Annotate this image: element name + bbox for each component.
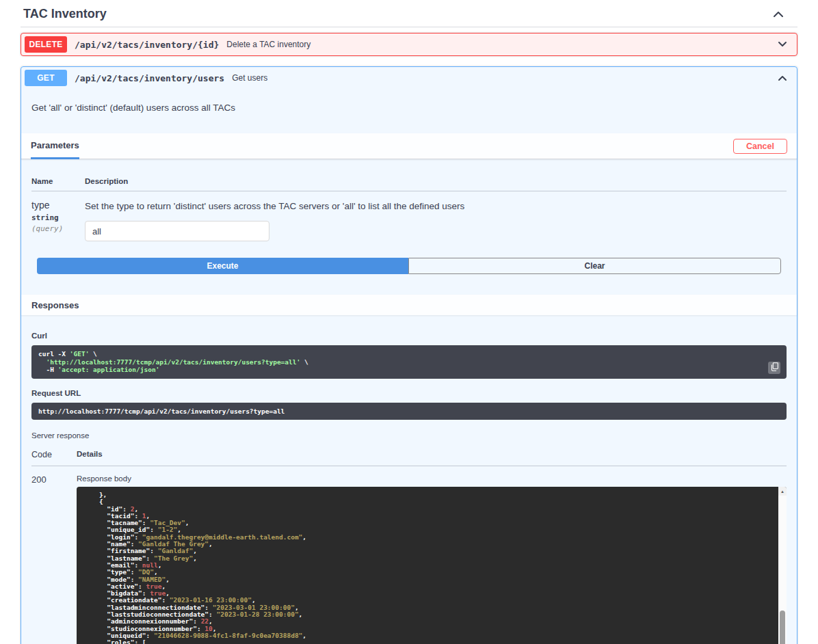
tag-section-header[interactable]: TAC Inventory — [21, 0, 797, 27]
get-endpoint-summary[interactable]: GET /api/v2/tacs/inventory/users Get use… — [21, 67, 797, 89]
details-column-header: Details — [77, 450, 787, 459]
get-endpoint-description: Get users — [232, 73, 267, 83]
parameter-location: (query) — [31, 224, 85, 233]
code-column-header: Code — [31, 450, 77, 459]
delete-endpoint-description: Delete a TAC inventory — [226, 40, 311, 49]
server-response-label: Server response — [31, 431, 787, 440]
delete-endpoint-block: DELETE /api/v2/tacs/inventory/{id} Delet… — [21, 33, 797, 56]
type-param-input[interactable] — [85, 221, 269, 241]
parameter-name: type — [31, 200, 85, 211]
execute-button[interactable]: Execute — [37, 258, 408, 274]
delete-expand-chevron-down-icon[interactable] — [775, 38, 790, 51]
response-body-block: }, { "id": 2, "tacid": 1, "tacname": "Ta… — [77, 487, 787, 644]
response-status-code: 200 — [31, 474, 77, 644]
tab-parameters[interactable]: Parameters — [31, 133, 79, 159]
copy-to-clipboard-button[interactable] — [768, 362, 780, 374]
responses-content: Curl curl -X 'GET' \ 'http://localhost:7… — [21, 315, 797, 644]
execute-row: Execute Clear — [21, 241, 797, 295]
scrollbar-arrow-up-icon[interactable]: ▲ — [778, 487, 787, 496]
parameters-table-header: Name Description — [31, 177, 787, 191]
get-endpoint-body: Get 'all' or 'distinct' (default) users … — [21, 89, 797, 644]
parameter-type: string — [31, 213, 85, 222]
curl-command: curl -X 'GET' \ 'http://localhost:7777/t… — [38, 350, 756, 374]
parameter-description: Set the type to return 'distinct' users … — [85, 201, 787, 211]
delete-endpoint-summary[interactable]: DELETE /api/v2/tacs/inventory/{id} Delet… — [21, 33, 797, 55]
request-url-value: http://localhost:7777/tcmp/api/v2/tacs/i… — [38, 407, 285, 415]
cancel-button[interactable]: Cancel — [733, 139, 787, 154]
parameters-table: Name Description type string (query) Set… — [21, 159, 797, 241]
delete-method-badge: DELETE — [25, 36, 67, 53]
swagger-content: TAC Inventory DELETE /api/v2/tacs/invent… — [0, 0, 818, 644]
clear-button[interactable]: Clear — [408, 258, 781, 274]
responses-title: Responses — [31, 300, 79, 310]
get-endpoint-block: GET /api/v2/tacs/inventory/users Get use… — [21, 66, 797, 644]
get-method-badge: GET — [25, 70, 67, 86]
responses-section-header: Responses — [21, 295, 797, 315]
parameters-section-header: Parameters Cancel — [21, 133, 797, 159]
response-body-json: }, { "id": 2, "tacid": 1, "tacname": "Ta… — [77, 487, 787, 644]
request-url-block: http://localhost:7777/tcmp/api/v2/tacs/i… — [31, 403, 787, 420]
clipboard-icon — [771, 362, 778, 373]
parameter-description-cell: Set the type to return 'distinct' users … — [85, 200, 787, 241]
description-column-header: Description — [85, 177, 787, 185]
scrollbar-thumb[interactable] — [780, 611, 785, 644]
curl-label: Curl — [31, 332, 787, 340]
response-table-header: Code Details — [31, 450, 787, 466]
response-details-cell: Response body }, { "id": 2, "tacid": 1, … — [77, 474, 787, 644]
curl-code-block: curl -X 'GET' \ 'http://localhost:7777/t… — [31, 345, 787, 379]
get-collapse-chevron-up-icon[interactable] — [775, 72, 790, 84]
response-body-scrollbar[interactable]: ▲ — [778, 487, 787, 644]
operation-description: Get 'all' or 'distinct' (default) users … — [21, 89, 797, 133]
tag-collapse-chevron-up-icon[interactable] — [773, 10, 784, 18]
tag-title: TAC Inventory — [23, 7, 107, 21]
parameter-name-cell: type string (query) — [31, 200, 85, 241]
delete-endpoint-path: /api/v2/tacs/inventory/{id} — [75, 40, 219, 50]
parameter-row: type string (query) Set the type to retu… — [31, 191, 787, 241]
response-row: 200 Response body }, { "id": 2, "tacid":… — [31, 466, 787, 644]
request-url-label: Request URL — [31, 389, 787, 397]
name-column-header: Name — [31, 177, 85, 185]
response-body-label: Response body — [77, 474, 787, 483]
get-endpoint-path: /api/v2/tacs/inventory/users — [75, 73, 224, 83]
